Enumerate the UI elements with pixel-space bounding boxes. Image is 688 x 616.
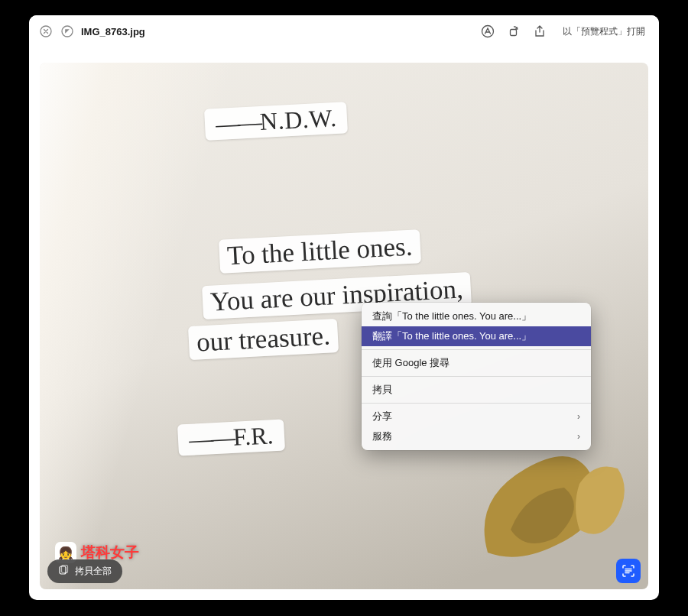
close-icon[interactable] <box>38 24 54 39</box>
context-menu: 查詢「To the little ones. You are...」 翻譯「To… <box>362 303 591 450</box>
copy-all-label: 拷貝全部 <box>75 565 112 578</box>
text-line-1[interactable]: To the little ones. <box>219 229 420 274</box>
menu-divider <box>362 403 591 404</box>
share-icon[interactable] <box>532 24 547 39</box>
text-author-2[interactable]: ——F.R. <box>177 419 285 456</box>
copy-icon <box>58 565 69 578</box>
svg-rect-3 <box>511 30 517 36</box>
open-with-button[interactable]: 以「預覽程式」打開 <box>558 22 650 41</box>
menu-share[interactable]: 分享 › <box>362 407 591 426</box>
markup-icon[interactable] <box>480 24 495 39</box>
text-author-1[interactable]: ——N.D.W. <box>204 102 348 141</box>
menu-services[interactable]: 服務 › <box>362 426 591 446</box>
zoom-icon[interactable] <box>60 24 75 39</box>
menu-lookup[interactable]: 查詢「To the little ones. You are...」 <box>362 306 591 326</box>
menu-google-search[interactable]: 使用 Google 搜尋 <box>362 353 591 373</box>
live-text-button[interactable] <box>616 559 641 583</box>
menu-copy[interactable]: 拷貝 <box>362 380 591 400</box>
text-line-3[interactable]: our treasure. <box>188 319 339 360</box>
menu-divider <box>362 349 591 350</box>
quicklook-window: IMG_8763.jpg 以「預覽程式」打開 ——N.D.W. To the l… <box>29 15 659 600</box>
chevron-right-icon: › <box>577 431 580 442</box>
rotate-icon[interactable] <box>506 24 521 39</box>
chevron-right-icon: › <box>577 411 580 422</box>
titlebar: IMG_8763.jpg 以「預覽程式」打開 <box>29 15 659 47</box>
menu-translate[interactable]: 翻譯「To the little ones. You are...」 <box>362 326 591 346</box>
copy-all-button[interactable]: 拷貝全部 <box>47 559 122 583</box>
menu-divider <box>362 376 591 377</box>
filename-label: IMG_8763.jpg <box>81 26 145 37</box>
